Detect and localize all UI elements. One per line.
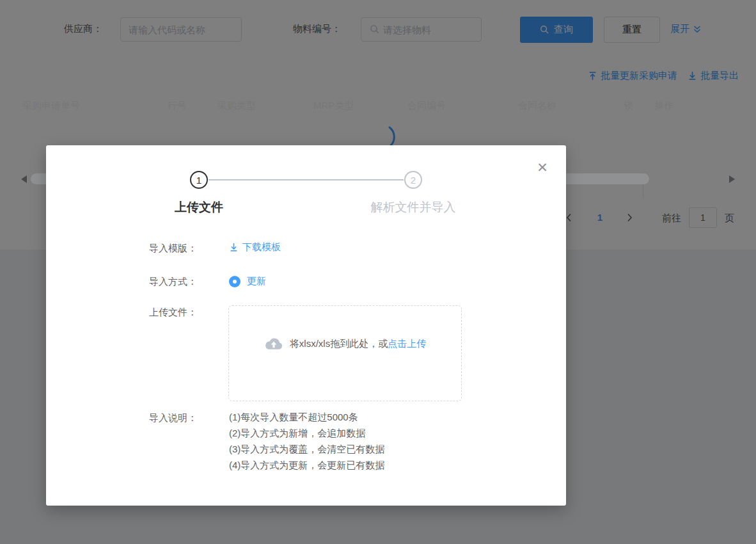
mode-option-label: 更新 — [247, 275, 266, 287]
step-connector-line — [209, 179, 404, 180]
cloud-upload-icon — [264, 337, 283, 351]
step-2-circle: 2 — [404, 171, 422, 189]
import-mode-label: 导入方式： — [149, 276, 197, 288]
step-1-label: 上传文件 — [135, 199, 263, 216]
import-instructions-label: 导入说明： — [149, 412, 197, 424]
radio-selected-icon — [229, 276, 240, 287]
instruction-line: (1)每次导入数量不超过5000条 — [229, 409, 384, 425]
download-icon — [229, 243, 239, 252]
close-icon[interactable]: ✕ — [534, 159, 551, 176]
download-template-link[interactable]: 下载模板 — [229, 241, 281, 253]
upload-file-label: 上传文件： — [149, 307, 197, 319]
step-1-number: 1 — [196, 175, 201, 186]
instruction-line: (3)导入方式为覆盖，会清空已有数据 — [229, 441, 384, 457]
upload-click-link[interactable]: 点击上传 — [388, 338, 426, 349]
step-2-number: 2 — [411, 175, 416, 186]
instruction-line: (2)导入方式为新增，会追加数据 — [229, 425, 384, 441]
instruction-line: (4)导入方式为更新，会更新已有数据 — [229, 457, 384, 473]
step-1-circle: 1 — [190, 171, 208, 189]
upload-drag-text: 将xlsx/xls拖到此处，或 — [290, 338, 388, 349]
import-template-label: 导入模版： — [149, 243, 197, 255]
batch-update-import-dialog: ✕ 1 2 上传文件 解析文件并导入 导入模版： 下载模板 导入方式： 更新 上… — [46, 145, 566, 506]
upload-dropzone[interactable]: 将xlsx/xls拖到此处，或点击上传 — [228, 305, 462, 401]
download-template-label: 下载模板 — [242, 241, 281, 253]
import-instructions: (1)每次导入数量不超过5000条 (2)导入方式为新增，会追加数据 (3)导入… — [229, 409, 384, 473]
mode-radio-update[interactable]: 更新 — [229, 275, 266, 287]
step-2-label: 解析文件并导入 — [349, 199, 477, 216]
